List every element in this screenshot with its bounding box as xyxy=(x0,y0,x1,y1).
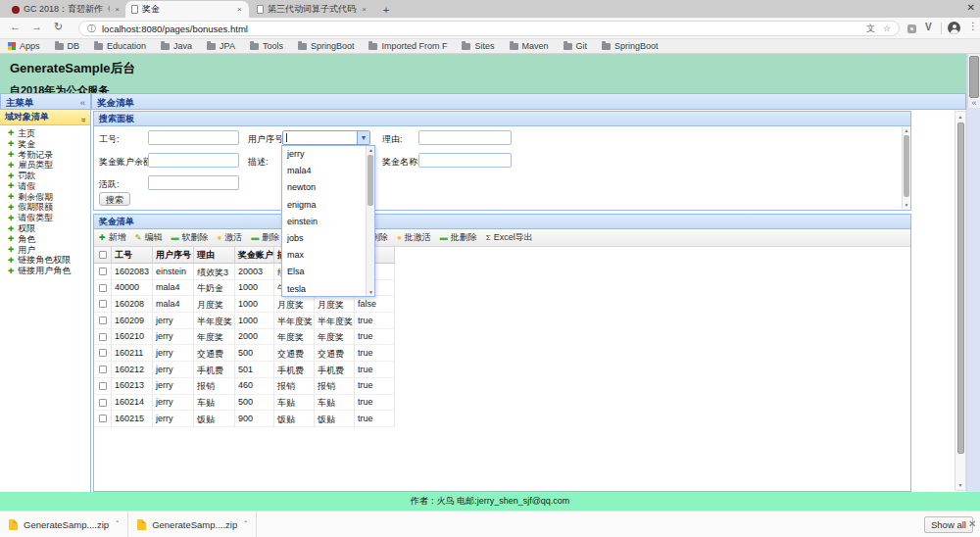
toolbar-button[interactable]: Σ Excel导出 xyxy=(486,231,533,244)
toolbar-button[interactable]: ▬ 删除 xyxy=(251,231,279,244)
row-checkbox[interactable] xyxy=(99,382,107,390)
select-all-cell[interactable] xyxy=(94,247,112,264)
table-row[interactable]: 1602083 einstein 绩效奖3 20003 绩效奖3 绩效奖3 tr… xyxy=(94,264,910,280)
row-checkbox[interactable] xyxy=(99,415,107,422)
dropdown-option[interactable]: enigma xyxy=(282,197,374,214)
search-panel-scrollbar[interactable]: ▲ ▼ xyxy=(902,127,909,209)
row-checkbox-cell[interactable] xyxy=(94,378,112,395)
bookmark-folder[interactable]: Git xyxy=(564,41,588,51)
toolbar-button[interactable]: ▬ 软删除 xyxy=(171,231,208,244)
gonghao-input[interactable] xyxy=(148,130,239,145)
dropdown-option[interactable]: tesla xyxy=(282,281,374,298)
accordion-collapse-icon[interactable]: « xyxy=(76,118,91,122)
accordion-header-domain-objects[interactable]: 域对象清单 « xyxy=(0,110,90,125)
toolbar-button[interactable]: ● 激活 xyxy=(217,231,242,244)
reload-icon[interactable]: ↻ xyxy=(54,21,63,33)
bookmark-folder[interactable]: SpringBoot xyxy=(298,41,355,51)
extension-icon[interactable] xyxy=(907,24,916,33)
table-row[interactable]: 160214 jerry 车贴 500 车贴 车贴 true xyxy=(94,395,910,412)
table-row[interactable]: 160211 jerry 交通费 500 交通费 交通费 true xyxy=(94,345,910,362)
row-checkbox-cell[interactable] xyxy=(94,362,112,378)
toolbar-button[interactable]: ✚ 新增 xyxy=(99,231,126,244)
translate-icon[interactable]: 文 xyxy=(866,23,875,35)
bookmark-folder[interactable]: Sites xyxy=(462,41,494,51)
sidebar-menu-item[interactable]: ✚ 请假类型 xyxy=(0,213,90,223)
bookmark-folder[interactable]: JPA xyxy=(207,41,235,51)
bookmark-apps[interactable]: Apps xyxy=(8,41,40,51)
sidebar-menu-item[interactable]: ✚ 主页 xyxy=(0,128,90,139)
row-checkbox-cell[interactable] xyxy=(94,411,112,427)
west-collapse-icon[interactable]: « xyxy=(80,95,85,110)
scroll-up-icon[interactable]: ▲ xyxy=(903,127,910,134)
new-tab-button[interactable]: + xyxy=(378,4,394,18)
table-row[interactable]: 160210 jerry 年度奖 2000 年度奖 年度奖 true xyxy=(94,329,910,346)
row-checkbox-cell[interactable] xyxy=(94,345,112,362)
toolbar-button[interactable]: ✎ 编辑 xyxy=(135,231,163,244)
sidebar-menu-item[interactable]: ✚ 链接用户角色 xyxy=(0,266,90,276)
row-checkbox[interactable] xyxy=(99,317,107,324)
tab3-close-icon[interactable]: × xyxy=(362,5,367,14)
toolbar-button[interactable]: ▬ 批删除 xyxy=(440,231,477,244)
dropdown-option[interactable]: max xyxy=(282,247,374,264)
scroll-down-icon[interactable]: ▼ xyxy=(956,481,965,489)
scroll-down-icon[interactable]: ▼ xyxy=(367,288,375,296)
back-icon[interactable]: ← xyxy=(10,21,21,32)
site-info-icon[interactable]: ⓘ xyxy=(87,23,96,35)
row-checkbox-cell[interactable] xyxy=(94,264,112,280)
bookmark-folder[interactable]: Tools xyxy=(250,41,283,51)
tab1-close-icon[interactable]: × xyxy=(115,5,120,14)
dropdown-option[interactable]: einstein xyxy=(282,214,374,230)
sidebar-menu-item[interactable]: ✚ 权限 xyxy=(0,223,90,234)
sidebar-menu-item[interactable]: ✚ 雇员类型 xyxy=(0,160,90,171)
toolbar-button[interactable]: ● 批激活 xyxy=(397,231,431,244)
active-input[interactable] xyxy=(148,175,239,190)
row-checkbox[interactable] xyxy=(99,399,107,407)
bookmark-folder[interactable]: Maven xyxy=(510,41,549,51)
select-all-checkbox[interactable] xyxy=(99,251,107,259)
dropdown-option[interactable]: jobs xyxy=(282,230,374,247)
row-checkbox-cell[interactable] xyxy=(94,395,112,412)
user-seq-combobox[interactable]: ▼ xyxy=(282,130,370,145)
balance-input[interactable] xyxy=(148,153,239,168)
bookmark-folder[interactable]: Imported From F xyxy=(368,41,447,51)
header-scrollbar-thumb[interactable] xyxy=(969,56,979,98)
bookmark-star-icon[interactable]: ☆ xyxy=(883,24,891,33)
scrollbar-thumb[interactable] xyxy=(904,135,909,197)
scroll-up-icon[interactable]: ▲ xyxy=(367,146,375,154)
row-checkbox[interactable] xyxy=(99,349,107,357)
dropdown-scrollbar[interactable]: ▲ ▼ xyxy=(366,146,374,296)
download-menu-caret-icon[interactable]: ˆ xyxy=(116,519,119,529)
table-row[interactable]: 160208 mala4 月度奖 1000 月度奖 月度奖 false xyxy=(94,296,910,313)
show-all-button[interactable]: Show all xyxy=(924,516,973,533)
scrollbar-thumb[interactable] xyxy=(957,122,964,454)
bookmark-folder[interactable]: Java xyxy=(161,41,192,51)
window-close-button[interactable]: ✕ xyxy=(967,2,975,13)
scrollbar-thumb[interactable] xyxy=(368,155,373,206)
url-bar[interactable]: ⓘ localhost:8080/pages/bonuses.html 文 ☆ xyxy=(78,21,900,36)
bonus-name-input[interactable] xyxy=(418,153,512,168)
forward-icon[interactable]: → xyxy=(31,21,42,32)
bookmark-folder[interactable]: SpringBoot xyxy=(602,41,659,51)
shelf-close-icon[interactable]: ✕ xyxy=(968,518,976,529)
row-checkbox-cell[interactable] xyxy=(94,296,112,313)
dropdown-option[interactable]: newton xyxy=(282,179,374,196)
browser-menu-icon[interactable]: ⋮ xyxy=(968,21,978,31)
column-header[interactable]: 奖金账户余额 xyxy=(235,247,274,264)
table-row[interactable]: 160212 jerry 手机费 501 手机费 手机费 true xyxy=(94,362,910,378)
table-row[interactable]: 160213 jerry 报销 460 报销 报销 true xyxy=(94,378,910,395)
download-menu-caret-icon[interactable]: ˆ xyxy=(244,519,247,529)
main-panel-scrollbar[interactable]: ▲ ▼ xyxy=(955,111,966,491)
row-checkbox-cell[interactable] xyxy=(94,329,112,346)
extension-v-icon[interactable]: V xyxy=(925,22,932,32)
table-row[interactable]: 160215 jerry 饭贴 900 饭贴 饭贴 true xyxy=(94,411,910,427)
url-text[interactable]: localhost:8080/pages/bonuses.html xyxy=(102,24,858,34)
east-expand-icon[interactable]: « xyxy=(968,98,980,109)
row-checkbox[interactable] xyxy=(99,284,107,292)
row-checkbox-cell[interactable] xyxy=(94,313,112,329)
dropdown-option[interactable]: jerry xyxy=(282,146,374,163)
profile-avatar-icon[interactable] xyxy=(948,22,960,34)
row-checkbox[interactable] xyxy=(99,333,107,341)
scroll-down-icon[interactable]: ▼ xyxy=(903,202,910,209)
row-checkbox-cell[interactable] xyxy=(94,280,112,297)
sidebar-menu-item[interactable]: ✚ 罚款 xyxy=(0,171,90,181)
